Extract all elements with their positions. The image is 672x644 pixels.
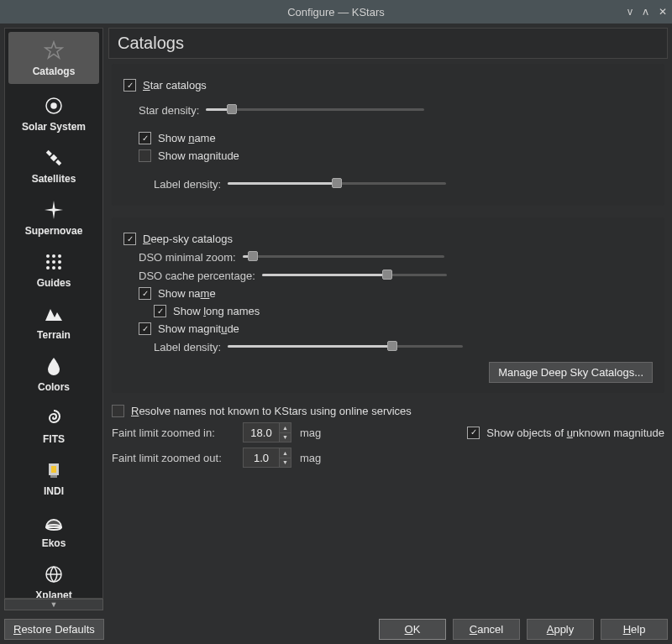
manage-deep-sky-button[interactable]: Manage Deep Sky Catalogs...	[489, 362, 653, 383]
sidebar-item-label: Solar System	[22, 121, 86, 133]
dso-show-magnitude-label: Show magnitude	[158, 322, 239, 335]
sidebar-item-label: INDI	[44, 485, 64, 497]
sidebar-item-catalogs[interactable]: Catalogs	[8, 32, 99, 84]
svg-rect-15	[51, 466, 56, 473]
svg-point-12	[52, 266, 55, 270]
faint-out-input[interactable]	[244, 448, 279, 467]
minimize-icon[interactable]: v	[627, 6, 633, 18]
window-title: Configure — KStars	[287, 6, 385, 18]
label-density-slider[interactable]	[228, 177, 446, 191]
svg-point-11	[46, 266, 50, 270]
spin-down-icon[interactable]: ▼	[280, 458, 291, 468]
svg-rect-2	[50, 154, 57, 161]
satellite-icon	[42, 146, 66, 170]
dialog-footer: Restore Defaults OK Cancel Apply Help	[0, 615, 672, 644]
dso-show-magnitude-checkbox[interactable]: ✓	[139, 322, 151, 335]
dso-show-name-checkbox[interactable]: ✓	[139, 287, 151, 300]
unit-label: mag	[300, 452, 321, 464]
dso-min-zoom-label: DSO minimal zoom:	[139, 251, 236, 264]
titlebar: Configure — KStars v ʌ ✕	[0, 0, 672, 24]
globe-icon	[42, 563, 66, 586]
dso-cache-slider[interactable]	[262, 269, 447, 282]
close-icon[interactable]: ✕	[659, 6, 667, 18]
show-name-checkbox[interactable]: ✓	[139, 132, 151, 144]
sidebar-item-label: Catalogs	[33, 65, 76, 77]
star-density-slider[interactable]	[206, 103, 424, 117]
spiral-icon	[42, 406, 66, 430]
svg-point-13	[58, 266, 61, 270]
page-title: Catalogs	[108, 28, 668, 59]
sparkle-icon	[42, 198, 66, 222]
sidebar-item-label: Supernovae	[25, 225, 83, 237]
star-catalogs-checkbox[interactable]: ✓	[123, 79, 136, 92]
star-catalogs-label: Star catalogs	[143, 79, 207, 92]
svg-point-9	[52, 260, 55, 264]
svg-point-7	[58, 254, 61, 258]
faint-out-label: Faint limit zoomed out:	[112, 452, 234, 464]
dome-icon	[42, 510, 66, 534]
sidebar-item-label: Guides	[37, 277, 71, 289]
sidebar-item-label: FITS	[43, 433, 65, 445]
faint-out-spinbox[interactable]: ▲▼	[243, 448, 291, 468]
dso-label-density-label: Label density:	[154, 341, 221, 353]
label-density-label: Label density:	[154, 178, 221, 191]
help-button[interactable]: Help	[601, 619, 668, 640]
sidebar-item-terrain[interactable]: Terrain	[5, 296, 102, 348]
star-density-label: Star density:	[139, 104, 199, 117]
orbit-icon	[42, 94, 66, 118]
resolve-names-label: Resolve names not known to KStars using …	[131, 405, 412, 417]
sidebar: Catalogs Solar System Satellites Superno…	[4, 28, 103, 599]
sidebar-item-supernovae[interactable]: Supernovae	[5, 191, 102, 243]
deep-sky-checkbox[interactable]: ✓	[123, 233, 136, 245]
star-catalogs-group: ✓ Star catalogs Star density: ✓ Show nam…	[112, 64, 664, 206]
sidebar-item-colors[interactable]: Colors	[5, 348, 102, 400]
faint-in-spinbox[interactable]: ▲▼	[243, 422, 291, 442]
sidebar-item-satellites[interactable]: Satellites	[5, 139, 102, 191]
dso-min-zoom-slider[interactable]	[243, 250, 444, 264]
svg-point-8	[46, 260, 50, 264]
faint-in-label: Faint limit zoomed in:	[112, 427, 234, 439]
show-long-names-checkbox[interactable]: ✓	[154, 305, 166, 317]
restore-defaults-button[interactable]: Restore Defaults	[4, 619, 104, 640]
show-magnitude-checkbox[interactable]	[139, 149, 151, 162]
ok-button[interactable]: OK	[379, 619, 446, 640]
show-name-label: Show name	[158, 132, 216, 144]
maximize-icon[interactable]: ʌ	[643, 6, 648, 18]
svg-point-10	[58, 260, 61, 264]
svg-point-6	[52, 254, 55, 258]
sidebar-item-label: Ekos	[42, 537, 66, 549]
show-magnitude-label: Show magnitude	[158, 149, 239, 162]
spin-up-icon[interactable]: ▲	[280, 423, 291, 433]
svg-point-5	[46, 254, 50, 258]
deep-sky-label: Deep-sky catalogs	[143, 233, 233, 245]
sidebar-item-guides[interactable]: Guides	[5, 243, 102, 296]
mountain-icon	[42, 302, 66, 326]
show-unknown-checkbox[interactable]: ✓	[467, 427, 480, 439]
sidebar-item-label: Satellites	[32, 173, 76, 185]
scroll-down-button[interactable]: ▼	[4, 599, 103, 610]
spin-up-icon[interactable]: ▲	[280, 448, 291, 458]
sidebar-item-ekos[interactable]: Ekos	[5, 504, 102, 556]
deep-sky-group: ✓ Deep-sky catalogs DSO minimal zoom: DS…	[112, 217, 664, 393]
sidebar-item-indi[interactable]: INDI	[5, 452, 102, 504]
sidebar-item-fits[interactable]: FITS	[5, 400, 102, 452]
svg-rect-16	[50, 475, 57, 478]
svg-point-0	[51, 103, 56, 108]
svg-rect-3	[46, 150, 52, 156]
sidebar-item-label: Terrain	[37, 329, 71, 341]
sidebar-item-xplanet[interactable]: Xplanet	[5, 556, 102, 599]
faint-in-input[interactable]	[244, 423, 279, 442]
apply-button[interactable]: Apply	[527, 619, 594, 640]
dso-cache-label: DSO cache percentage:	[139, 270, 255, 282]
show-long-names-label: Show long names	[173, 305, 260, 317]
cancel-button[interactable]: Cancel	[453, 619, 520, 640]
telescope-icon	[42, 458, 66, 482]
sidebar-item-label: Xplanet	[35, 589, 71, 599]
grid-icon	[42, 250, 66, 274]
dso-show-name-label: Show name	[158, 287, 216, 300]
dso-label-density-slider[interactable]	[228, 340, 463, 353]
sidebar-item-solar-system[interactable]: Solar System	[5, 87, 102, 139]
spin-down-icon[interactable]: ▼	[280, 433, 291, 442]
unit-label: mag	[300, 427, 321, 439]
resolve-names-checkbox[interactable]	[112, 405, 124, 417]
